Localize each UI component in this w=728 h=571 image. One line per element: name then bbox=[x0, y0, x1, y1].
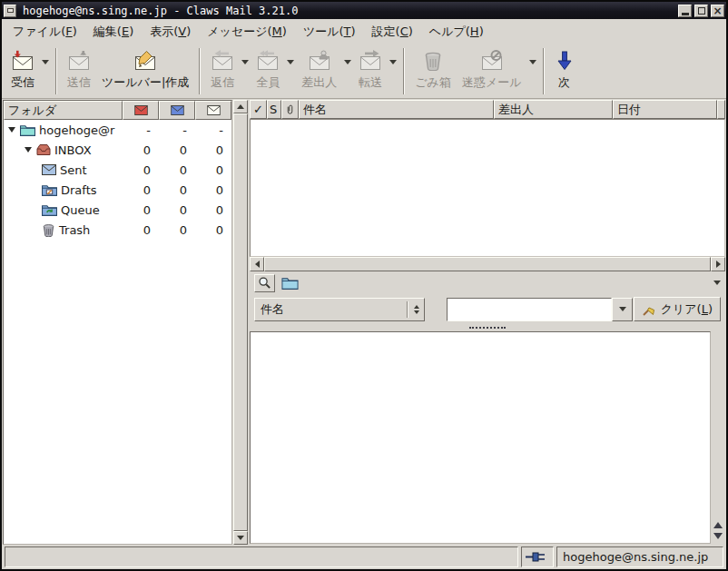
minimize-button[interactable] bbox=[678, 5, 692, 17]
subject-column-header[interactable]: 件名 bbox=[299, 100, 494, 119]
search-criteria-combo[interactable]: 件名 bbox=[254, 298, 425, 321]
toolbar-send-button[interactable]: 送信 bbox=[62, 46, 96, 96]
inbox-icon bbox=[36, 143, 51, 156]
scrollbar-thumb[interactable] bbox=[233, 113, 248, 531]
message-list-horizontal-scrollbar[interactable] bbox=[250, 257, 725, 271]
titlebar[interactable]: hogehoge@ns.sing.ne.jp - Claws Mail 3.21… bbox=[2, 2, 726, 19]
search-history-dropdown[interactable] bbox=[612, 298, 633, 321]
maximize-icon bbox=[698, 7, 705, 15]
scroll-down-icon[interactable] bbox=[713, 533, 723, 539]
account-folder-icon bbox=[20, 123, 35, 136]
toolbar-label: ツールバー|作成 bbox=[102, 75, 189, 89]
toolbar-reply-button[interactable]: 返信 bbox=[205, 46, 240, 96]
menu-config[interactable]: 設定(C) bbox=[364, 19, 421, 44]
chevron-down-icon bbox=[241, 60, 249, 64]
toolbar-get-mail-button[interactable]: 受信 bbox=[5, 46, 40, 96]
toolbar-trash-button[interactable]: ごみ箱 bbox=[409, 46, 457, 96]
folder-row-sent[interactable]: Sent 0 0 0 bbox=[4, 160, 231, 180]
combo-arrows-icon bbox=[411, 305, 422, 314]
close-button[interactable]: × bbox=[711, 5, 724, 17]
pane-divider[interactable] bbox=[250, 324, 725, 331]
toolbar-reply-all-button[interactable]: 全員 bbox=[251, 46, 285, 96]
arrow-down-icon bbox=[237, 536, 244, 540]
toolbar-next-button[interactable]: 次 bbox=[549, 46, 580, 96]
toolbar-reply-sender-button[interactable]: 差出人 bbox=[296, 46, 342, 96]
expander-icon[interactable] bbox=[24, 147, 33, 153]
date-column-header[interactable]: 日付 bbox=[613, 100, 717, 119]
send-queue-icon bbox=[68, 49, 90, 73]
scrollbar-thumb[interactable] bbox=[264, 257, 711, 271]
clear-search-button[interactable]: クリア(L) bbox=[634, 297, 721, 321]
toolbar-separator bbox=[199, 48, 201, 94]
reply-dropdown[interactable] bbox=[240, 46, 251, 96]
current-account[interactable]: hogehoge@ns.sing.ne.jp bbox=[556, 546, 723, 567]
search-scope-folder-icon[interactable] bbox=[281, 276, 299, 290]
reply-icon bbox=[212, 49, 233, 73]
expander-icon[interactable] bbox=[7, 127, 16, 133]
folder-total-count: 0 bbox=[195, 183, 231, 197]
folder-row-trash[interactable]: Trash 0 0 0 bbox=[4, 220, 231, 240]
folder-column-header[interactable]: フォルダ bbox=[4, 101, 123, 120]
toolbar-compose-button[interactable]: ツールバー|作成 bbox=[96, 46, 194, 96]
broom-icon bbox=[642, 302, 656, 317]
chevron-down-icon bbox=[287, 60, 294, 64]
window-menu-icon bbox=[7, 8, 14, 13]
message-view bbox=[250, 331, 711, 544]
reply-sender-dropdown[interactable] bbox=[342, 46, 353, 96]
status-message bbox=[5, 546, 518, 567]
collapse-search-icon[interactable] bbox=[713, 281, 721, 285]
unread-column-header[interactable] bbox=[159, 101, 195, 120]
scroll-down-button[interactable] bbox=[233, 531, 248, 545]
clear-search-label: クリア(L) bbox=[661, 301, 713, 318]
folder-name: INBOX bbox=[54, 143, 92, 157]
folder-name: hogehoge@r bbox=[39, 123, 114, 137]
toolbar-forward-button[interactable]: 転送 bbox=[353, 46, 388, 96]
folder-name: Trash bbox=[59, 223, 90, 237]
folder-name: Queue bbox=[61, 203, 100, 217]
folder-new-count: 0 bbox=[123, 143, 159, 157]
menu-help[interactable]: ヘルプ(H) bbox=[421, 19, 492, 44]
forward-icon bbox=[359, 49, 381, 73]
next-arrow-icon bbox=[555, 49, 575, 73]
pane-resize-handle-icon bbox=[469, 327, 506, 329]
online-status[interactable] bbox=[521, 546, 554, 567]
menu-message[interactable]: メッセージ(M) bbox=[199, 19, 295, 44]
folder-row-account[interactable]: hogehoge@r - - - bbox=[4, 120, 231, 140]
folder-total-count: 0 bbox=[195, 203, 231, 217]
folder-row-inbox[interactable]: INBOX 0 0 0 bbox=[4, 140, 231, 160]
folder-unread-count: 0 bbox=[159, 183, 195, 197]
menu-view[interactable]: 表示(V) bbox=[142, 19, 199, 44]
menu-tools[interactable]: ツール(T) bbox=[295, 19, 364, 44]
spam-dropdown[interactable] bbox=[527, 46, 538, 96]
chevron-down-icon bbox=[389, 60, 397, 64]
folder-unread-count: 0 bbox=[159, 163, 195, 177]
maximize-button[interactable] bbox=[694, 5, 708, 17]
status-column-header[interactable]: S bbox=[267, 100, 281, 119]
scroll-right-button[interactable] bbox=[711, 257, 725, 271]
scroll-up-icon[interactable] bbox=[713, 522, 723, 528]
from-column-header[interactable]: 差出人 bbox=[494, 100, 613, 119]
menu-edit[interactable]: 編集(E) bbox=[85, 19, 142, 44]
folder-row-queue[interactable]: Queue 0 0 0 bbox=[4, 200, 231, 220]
toolbar-spam-button[interactable]: 迷惑メール bbox=[457, 46, 527, 96]
mark-column-header[interactable]: ✓ bbox=[250, 100, 267, 119]
message-list[interactable] bbox=[250, 119, 725, 257]
reply-all-dropdown[interactable] bbox=[285, 46, 296, 96]
total-column-header[interactable] bbox=[195, 101, 231, 120]
menu-file[interactable]: ファイル(F) bbox=[5, 19, 85, 44]
toolbar: 受信 送信 ツールバー|作成 bbox=[2, 44, 726, 99]
close-icon: × bbox=[713, 6, 722, 15]
quick-search-button[interactable] bbox=[254, 274, 275, 292]
new-column-header[interactable] bbox=[123, 101, 159, 120]
sent-folder-icon bbox=[42, 164, 56, 175]
toolbar-separator bbox=[543, 48, 545, 94]
folder-vertical-scrollbar[interactable] bbox=[233, 100, 248, 545]
window-menu-button[interactable] bbox=[4, 5, 16, 17]
attachment-column-header[interactable] bbox=[281, 100, 299, 119]
forward-dropdown[interactable] bbox=[388, 46, 398, 96]
folder-row-drafts[interactable]: Drafts 0 0 0 bbox=[4, 180, 231, 200]
scroll-up-button[interactable] bbox=[233, 100, 248, 113]
get-mail-dropdown[interactable] bbox=[40, 46, 51, 96]
scroll-left-button[interactable] bbox=[250, 257, 264, 271]
search-input[interactable] bbox=[447, 298, 612, 321]
